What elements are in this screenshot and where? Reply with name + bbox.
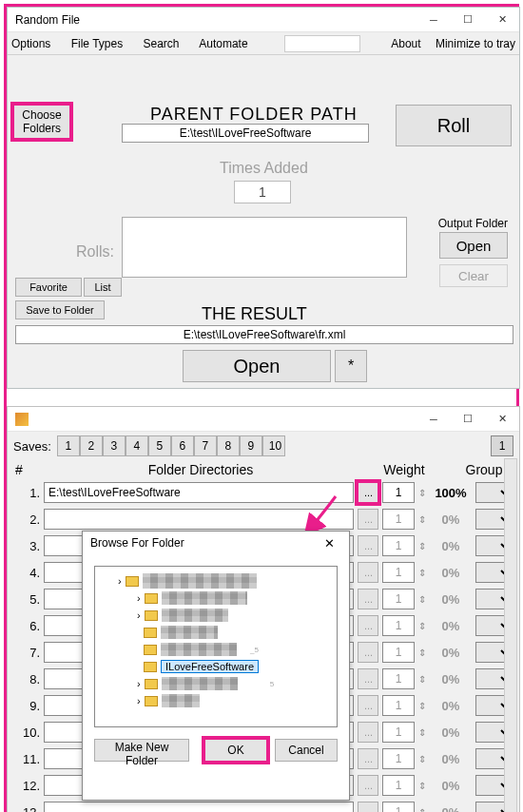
save-slot-4[interactable]: 4 [126, 435, 148, 456]
title-bar: ─ ☐ ✕ [8, 407, 519, 432]
title-bar: Random File ─ ☐ ✕ [8, 8, 519, 32]
blurred-folder [162, 609, 228, 622]
browse-button[interactable]: ... [358, 668, 378, 689]
save-slot-1[interactable]: 1 [57, 435, 80, 456]
the-result-label: THE RESULT [202, 304, 307, 324]
weight-stepper[interactable] [382, 535, 415, 556]
weight-stepper[interactable] [382, 695, 415, 716]
folder-tree[interactable]: › › › _5 ILoveFreeSoftware ›5 › [94, 566, 338, 727]
weight-stepper[interactable] [382, 642, 415, 663]
menu-minimize-tray[interactable]: Minimize to tray [436, 37, 515, 50]
weight-percent: 0% [430, 805, 472, 813]
weight-percent: 0% [430, 672, 472, 686]
folder-icon [145, 610, 158, 621]
browse-button[interactable]: ... [358, 748, 378, 769]
weight-stepper[interactable] [382, 748, 415, 769]
make-new-folder-button[interactable]: Make New Folder [94, 739, 189, 762]
weight-stepper[interactable] [382, 482, 415, 503]
cancel-button[interactable]: Cancel [275, 739, 338, 762]
save-slot-5[interactable]: 5 [148, 435, 171, 456]
browse-button[interactable]: ... [358, 642, 378, 663]
browse-button[interactable]: ... [358, 775, 378, 796]
weight-stepper[interactable] [382, 589, 415, 609]
row-index: 3. [13, 539, 40, 553]
minimize-icon[interactable]: ─ [416, 8, 451, 32]
folder-icon [144, 645, 157, 655]
save-to-folder-button[interactable]: Save to Folder [15, 300, 105, 319]
row-index: 6. [13, 619, 40, 633]
browse-button[interactable]: ... [358, 695, 378, 716]
menu-about[interactable]: About [391, 37, 420, 50]
weight-percent: 0% [430, 725, 472, 740]
times-added-input[interactable] [234, 181, 291, 203]
save-slot-6[interactable]: 6 [171, 435, 194, 456]
weight-stepper[interactable] [382, 509, 415, 530]
browse-button[interactable]: ... [358, 615, 378, 636]
open-result-button[interactable]: Open [183, 350, 331, 382]
close-icon[interactable]: ✕ [317, 533, 341, 552]
browse-button[interactable]: ... [358, 535, 378, 556]
clear-button[interactable]: Clear [439, 264, 508, 287]
row-index: 5. [13, 592, 40, 607]
weight-stepper[interactable] [382, 802, 415, 812]
menu-input[interactable] [284, 35, 360, 52]
weight-stepper[interactable] [382, 668, 415, 689]
blurred-folder [162, 694, 200, 707]
folder-path-input[interactable] [44, 509, 354, 530]
folder-path-input[interactable] [44, 802, 354, 812]
folder-icon [126, 576, 139, 587]
row-index: 13. [13, 805, 40, 813]
weight-percent: 100% [430, 486, 472, 500]
save-slot-7[interactable]: 7 [194, 435, 217, 456]
menu-bar: Options File Types Search Automate About… [8, 32, 519, 55]
save-slot-8[interactable]: 8 [217, 435, 240, 456]
favorite-button[interactable]: Favorite [15, 278, 82, 297]
close-icon[interactable]: ✕ [485, 8, 519, 32]
header-directories: Folder Directories [49, 462, 352, 477]
selected-folder[interactable]: ILoveFreeSoftware [161, 660, 259, 673]
maximize-icon[interactable]: ☐ [451, 8, 485, 32]
weight-stepper[interactable] [382, 562, 415, 583]
save-slot-3[interactable]: 3 [103, 435, 126, 456]
close-icon[interactable]: ✕ [485, 407, 519, 432]
menu-search[interactable]: Search [144, 37, 180, 50]
ok-button[interactable]: OK [204, 739, 267, 762]
rolls-label: Rolls: [76, 243, 114, 261]
list-button[interactable]: List [84, 278, 122, 297]
saves-extra[interactable]: 1 [491, 435, 513, 456]
menu-options[interactable]: Options [11, 37, 50, 50]
open-output-button[interactable]: Open [439, 232, 508, 259]
parent-folder-path-label: PARENT FOLDER PATH [150, 105, 358, 125]
weight-stepper[interactable] [382, 722, 415, 743]
browse-button[interactable]: ... [358, 562, 378, 583]
save-slot-10[interactable]: 10 [262, 435, 285, 456]
browse-button[interactable]: ... [358, 802, 378, 812]
browse-button[interactable]: ... [358, 589, 378, 609]
folder-icon [144, 662, 157, 672]
scrollbar[interactable] [504, 458, 517, 812]
choose-folders-button[interactable]: Choose Folders [13, 105, 70, 139]
weight-percent: 0% [430, 592, 472, 607]
result-input[interactable] [15, 325, 513, 344]
browse-button[interactable]: ... [358, 482, 378, 503]
star-button[interactable]: * [335, 350, 367, 382]
folder-row: 1....⇕100% [11, 479, 515, 506]
menu-file-types[interactable]: File Types [71, 37, 123, 50]
menu-automate[interactable]: Automate [199, 37, 247, 50]
parent-folder-path-input[interactable] [122, 124, 369, 143]
maximize-icon[interactable]: ☐ [451, 407, 485, 432]
rolls-box[interactable] [122, 217, 407, 278]
save-slot-2[interactable]: 2 [80, 435, 103, 456]
browse-button[interactable]: ... [358, 722, 378, 743]
browse-for-folder-dialog: Browse For Folder ✕ › › › _5 ILoveFreeSo… [82, 531, 350, 801]
save-slot-9[interactable]: 9 [240, 435, 262, 456]
row-index: 10. [13, 725, 40, 740]
folder-path-input[interactable] [44, 482, 354, 503]
minimize-icon[interactable]: ─ [416, 407, 451, 432]
header-number: # [15, 462, 49, 477]
weight-stepper[interactable] [382, 775, 415, 796]
browse-button[interactable]: ... [358, 509, 378, 530]
roll-button[interactable]: Roll [396, 105, 512, 146]
weight-stepper[interactable] [382, 615, 415, 636]
random-file-window: Random File ─ ☐ ✕ Options File Types Sea… [7, 7, 520, 389]
